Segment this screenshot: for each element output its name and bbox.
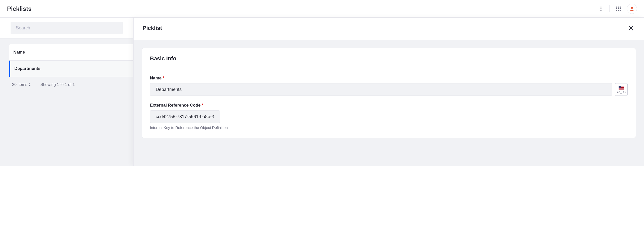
search-input[interactable] [11,22,123,34]
picklists-table: Name Departments [9,44,133,77]
required-asterisk: * [163,76,165,80]
svg-rect-9 [616,10,617,11]
apps-grid-button[interactable] [614,4,623,13]
basic-info-card: Basic Info Name * en_ [142,48,636,138]
user-avatar-button[interactable] [627,4,637,14]
main-layout: Name Departments 20 items Showing 1 to 1… [0,18,644,166]
apps-grid-icon [616,7,621,11]
svg-rect-7 [618,8,619,9]
row-name-cell: Departments [14,66,129,71]
table-row[interactable]: Departments [9,61,133,77]
close-icon [628,26,633,31]
form-group-erc: External Reference Code * Internal Key t… [150,103,628,130]
name-input-row: en_US [150,83,628,96]
name-label-text: Name [150,76,162,80]
right-panel: Picklist Basic Info Name [133,18,644,166]
sort-caret-icon [29,83,31,86]
required-asterisk: * [202,103,204,108]
svg-point-12 [631,7,633,9]
erc-help-text: Internal Key to Reference the Object Def… [150,125,628,130]
erc-input[interactable] [150,110,220,123]
svg-rect-10 [618,10,619,11]
svg-rect-5 [620,7,621,8]
column-header-name[interactable]: Name [13,50,129,55]
header-actions [596,4,637,14]
panel-title: Picklist [143,25,162,31]
table-header: Name [9,44,133,61]
svg-point-2 [600,10,601,11]
items-per-page-selector[interactable]: 20 items [12,82,31,87]
svg-rect-8 [620,8,621,9]
name-label: Name * [150,76,628,81]
vertical-divider [610,5,610,12]
svg-rect-3 [616,7,617,8]
erc-label-text: External Reference Code [150,103,200,108]
svg-rect-6 [616,8,617,9]
erc-label: External Reference Code * [150,103,628,108]
items-count-label: 20 items [12,82,27,87]
page-title: Picklists [7,5,31,12]
showing-text: Showing 1 to 1 of 1 [40,82,75,87]
svg-rect-11 [620,10,621,11]
kebab-icon [600,7,601,11]
flag-us-icon [619,86,624,90]
search-wrapper [0,18,133,38]
panel-header: Picklist [134,18,644,40]
card-body: Name * en_US [142,68,636,138]
kebab-menu-button[interactable] [596,4,606,13]
user-icon [630,7,634,11]
svg-point-1 [600,8,601,9]
left-panel: Name Departments 20 items Showing 1 to 1… [0,18,133,166]
svg-point-0 [600,7,601,8]
pagination: 20 items Showing 1 to 1 of 1 [12,82,133,87]
card-title: Basic Info [150,55,628,62]
panel-body: Basic Info Name * en_ [134,40,644,166]
form-group-name: Name * en_US [150,76,628,96]
close-panel-button[interactable] [627,24,635,32]
card-header: Basic Info [142,48,636,68]
locale-code: en_US [617,90,626,94]
top-header: Picklists [0,0,644,18]
locale-selector-button[interactable]: en_US [615,83,628,96]
svg-rect-4 [618,7,619,8]
name-input[interactable] [150,83,612,96]
